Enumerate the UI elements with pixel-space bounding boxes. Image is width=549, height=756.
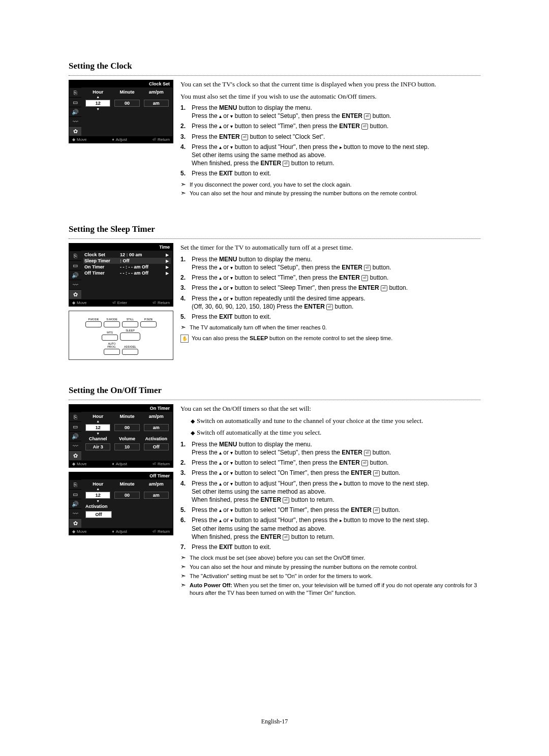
step-number: 5. <box>180 169 192 177</box>
footer-adjust: ♦ Adjust <box>112 529 127 534</box>
remote-label: STILL <box>123 318 138 321</box>
remote-button <box>122 349 138 355</box>
step-text: Press the ENTER ⏎ button to select "Cloc… <box>192 133 480 141</box>
enter-icon: ⏎ <box>364 450 371 456</box>
osd-title: On Timer <box>69 405 173 412</box>
remote-diagram: P.MODE S.MODE STILL P.SIZE MTS SLEEP AUT… <box>69 311 173 360</box>
enter-icon: ⏎ <box>364 113 371 119</box>
tab-setup-icon: ✿ <box>69 127 81 136</box>
divider <box>69 238 480 239</box>
arrow-down-icon: ▼ <box>83 108 112 111</box>
arrow-right-icon: ▶ <box>165 271 170 276</box>
remote-button <box>85 321 102 327</box>
note-bullet-icon: ➣ <box>180 582 190 597</box>
tab-sound-icon: 🔊 <box>69 107 81 116</box>
enter-icon: ⏎ <box>241 134 248 140</box>
tab-channel-icon: 〰 <box>69 509 81 518</box>
tab-setup-icon: ✿ <box>69 290 81 299</box>
step-text: Press the EXIT button to exit. <box>192 543 480 551</box>
intro-text: You can set the On/Off timers so that th… <box>180 404 480 413</box>
menu-value: - - : - - am Off <box>120 270 165 276</box>
col-channel: Channel <box>83 435 112 442</box>
note-text: The TV automatically turn off when the t… <box>190 324 327 331</box>
col-ampm: am/pm <box>142 413 171 420</box>
remote-label: P.SIZE <box>141 318 156 321</box>
step-text: Press the or button repeatedly until the… <box>192 294 480 311</box>
step-text: Press the MENU button to display the men… <box>192 104 480 120</box>
osd-off-timer: Off Timer ⎘ ▭ 🔊 〰 ✿ Hour Minute <box>69 472 173 535</box>
col-minute: Minute <box>112 480 141 488</box>
note-text: You can also press the SLEEP button on t… <box>192 335 392 342</box>
remote-button <box>104 321 120 327</box>
step-number: 1. <box>180 104 192 120</box>
remote-button-sleep <box>120 332 140 341</box>
step-text: Press the or button to select "Sleep Tim… <box>192 284 480 292</box>
col-hour: Hour <box>83 413 112 420</box>
note-text: Auto Power Off: When you set the timer o… <box>190 582 480 597</box>
remote-label: SLEEP <box>123 329 138 332</box>
step-text: Press the or button to select "Off Timer… <box>192 506 480 514</box>
enter-icon: ⏎ <box>364 265 371 271</box>
remote-label: AUTO PROG. <box>104 342 119 348</box>
menu-value: - - : - - am Off <box>120 264 165 269</box>
step-number: 3. <box>180 469 192 477</box>
note-text: You can also set the hour and minute by … <box>190 190 417 197</box>
col-ampm: am/pm <box>142 480 171 488</box>
divider <box>69 75 480 76</box>
osd-time-menu: Time ⎘ ▭ 🔊 〰 ✿ Clock Set12 : 00 am▶ Slee… <box>69 243 173 307</box>
note-bullet-icon: ➣ <box>180 563 190 571</box>
step-text: Press the or button to adjust "Hour", th… <box>192 479 480 504</box>
col-activation: Activation <box>83 503 116 510</box>
tab-setup-icon: ✿ <box>69 519 81 528</box>
col-activation: Activation <box>142 435 171 442</box>
value-ampm: am <box>144 492 169 499</box>
enter-icon: ⏎ <box>361 275 368 281</box>
remote-label: ADD/DEL <box>123 345 138 348</box>
intro-text: You must also set the time if you wish t… <box>180 92 480 101</box>
tab-sound-icon: 🔊 <box>69 270 81 280</box>
arrow-right-icon: ▶ <box>165 265 170 269</box>
enter-icon: ⏎ <box>283 161 289 167</box>
step-number: 3. <box>180 133 192 141</box>
remote-label: P.MODE <box>86 318 101 321</box>
col-hour: Hour <box>83 480 112 488</box>
note-text: If you disconnect the power cord, you ha… <box>190 181 352 189</box>
footer-return: ⏎ Return <box>152 462 170 466</box>
note-bullet-icon: ➣ <box>180 190 190 197</box>
enter-icon: ⏎ <box>283 497 289 503</box>
value-minute: 00 <box>114 492 139 499</box>
value-hour: 12 <box>85 492 110 499</box>
section-setting-clock: Setting the Clock Clock Set ⎘ ▭ 🔊 〰 ✿ <box>69 61 480 199</box>
menu-item: On Timer <box>84 264 120 269</box>
step-number: 5. <box>180 313 192 321</box>
tab-input-icon: ⎘ <box>69 88 81 97</box>
tab-input-icon: ⎘ <box>69 412 81 421</box>
section-onoff-timer: Setting the On/Off Timer On Timer ⎘ ▭ 🔊 … <box>69 385 480 598</box>
remote-button <box>122 321 138 327</box>
osd-title: Time <box>69 244 173 251</box>
tab-channel-icon: 〰 <box>69 280 81 289</box>
step-number: 6. <box>180 516 192 541</box>
tab-channel-icon: 〰 <box>69 117 81 126</box>
footer-move: ◆ Move <box>72 462 87 466</box>
step-text: Press the MENU button to display the men… <box>192 440 480 457</box>
step-text: Press the or button to select "Time", th… <box>192 274 480 282</box>
enter-icon: ⏎ <box>283 534 289 540</box>
note-bullet-icon: ➣ <box>180 324 190 331</box>
value-hour: 12 <box>85 100 110 107</box>
tab-sound-icon: 🔊 <box>69 432 81 441</box>
remote-tip-icon: ✋ <box>180 335 189 343</box>
value-activation: Off <box>85 511 112 518</box>
remote-button <box>140 321 157 327</box>
step-number: 4. <box>180 143 192 168</box>
step-text: Press the or button to adjust "Hour", th… <box>192 143 480 168</box>
menu-value: 12 : 00 am <box>120 252 165 257</box>
footer-move: ◆ Move <box>72 300 87 305</box>
footer-enter: ⏎ Enter <box>112 300 127 305</box>
note-text: The clock must be set (see above) before… <box>190 554 365 562</box>
step-number: 2. <box>180 122 192 130</box>
value-activation: Off <box>144 443 169 450</box>
value-channel: Air 3 <box>85 443 110 450</box>
step-text: Press the or button to select "Time", th… <box>192 122 480 130</box>
enter-icon: ⏎ <box>373 470 380 476</box>
